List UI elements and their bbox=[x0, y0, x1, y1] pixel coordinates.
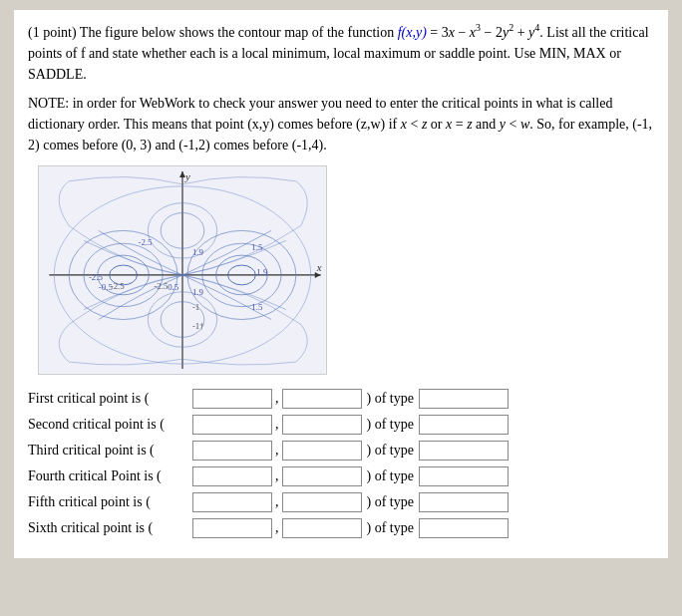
content-area: (1 point) The figure below shows the con… bbox=[14, 10, 668, 558]
fourth-of-type: ) of type bbox=[367, 468, 414, 484]
sixth-x-input[interactable] bbox=[192, 518, 272, 538]
critical-row-fifth: Fifth critical point is ( , ) of type bbox=[28, 492, 654, 512]
sixth-comma: , bbox=[275, 520, 279, 536]
fifth-of-type: ) of type bbox=[367, 494, 414, 510]
fifth-x-input[interactable] bbox=[192, 492, 272, 512]
third-label: Third critical point is ( bbox=[28, 443, 192, 459]
svg-text:y: y bbox=[184, 170, 190, 182]
second-type-input[interactable] bbox=[419, 415, 509, 435]
svg-text:1.5: 1.5 bbox=[251, 242, 263, 252]
svg-text:1.9: 1.9 bbox=[192, 247, 204, 257]
note-section: NOTE: in order for WebWork to check your… bbox=[28, 93, 654, 155]
critical-row-third: Third critical point is ( , ) of type bbox=[28, 441, 654, 461]
second-of-type: ) of type bbox=[367, 417, 414, 433]
second-label: Second critical point is ( bbox=[28, 417, 192, 433]
svg-text:1.9: 1.9 bbox=[256, 267, 268, 277]
fourth-comma: , bbox=[275, 468, 279, 484]
second-comma: , bbox=[275, 417, 279, 433]
third-x-input[interactable] bbox=[192, 441, 272, 461]
third-type-input[interactable] bbox=[419, 441, 509, 461]
svg-text:x: x bbox=[316, 261, 322, 273]
first-label: First critical point is ( bbox=[28, 391, 192, 407]
svg-text:1.9: 1.9 bbox=[192, 286, 204, 296]
contour-map-container: x y -2.5 -2.5 -1 -1† bbox=[38, 165, 654, 375]
fourth-x-input[interactable] bbox=[192, 466, 272, 486]
sixth-of-type: ) of type bbox=[367, 520, 414, 536]
sixth-y-input[interactable] bbox=[282, 518, 362, 538]
fifth-comma: , bbox=[275, 494, 279, 510]
first-comma: , bbox=[275, 391, 279, 407]
second-x-input[interactable] bbox=[192, 415, 272, 435]
svg-text:-2.5: -2.5 bbox=[89, 272, 104, 282]
third-comma: , bbox=[275, 443, 279, 459]
svg-text:1.5: 1.5 bbox=[251, 301, 263, 311]
svg-text:-0.5: -0.5 bbox=[99, 281, 114, 291]
note-line1: NOTE: in order for WebWork to check your… bbox=[28, 93, 654, 155]
problem-prefix: (1 point) The figure below shows the con… bbox=[28, 25, 398, 40]
third-y-input[interactable] bbox=[282, 441, 362, 461]
fourth-y-input[interactable] bbox=[282, 466, 362, 486]
fifth-label: Fifth critical point is ( bbox=[28, 494, 192, 510]
problem-line1: (1 point) The figure below shows the con… bbox=[28, 20, 654, 85]
critical-row-second: Second critical point is ( , ) of type bbox=[28, 415, 654, 435]
first-y-input[interactable] bbox=[282, 389, 362, 409]
fourth-type-input[interactable] bbox=[419, 466, 509, 486]
contour-map: x y -2.5 -2.5 -1 -1† bbox=[38, 165, 327, 375]
first-of-type: ) of type bbox=[367, 391, 414, 407]
first-type-input[interactable] bbox=[419, 389, 509, 409]
critical-row-sixth: Sixth critical point is ( , ) of type bbox=[28, 518, 654, 538]
svg-text:-1: -1 bbox=[192, 301, 199, 311]
and2: and bbox=[156, 138, 175, 153]
fourth-label: Fourth critical Point is ( bbox=[28, 468, 192, 484]
critical-row-first: First critical point is ( , ) of type bbox=[28, 389, 654, 409]
sixth-type-input[interactable] bbox=[419, 518, 509, 538]
second-y-input[interactable] bbox=[282, 415, 362, 435]
function-label: f(x,y) bbox=[398, 25, 427, 40]
problem-statement: (1 point) The figure below shows the con… bbox=[28, 20, 654, 85]
svg-text:0.5: 0.5 bbox=[168, 281, 179, 291]
function-eq: = 3x − x3 − 2y2 + y4 bbox=[427, 25, 540, 40]
fifth-type-input[interactable] bbox=[419, 492, 509, 512]
critical-row-fourth: Fourth critical Point is ( , ) of type bbox=[28, 466, 654, 486]
first-x-input[interactable] bbox=[192, 389, 272, 409]
and1: and bbox=[476, 117, 496, 132]
fifth-y-input[interactable] bbox=[282, 492, 362, 512]
sixth-label: Sixth critical point is ( bbox=[28, 520, 192, 536]
contour-svg: x y -2.5 -2.5 -1 -1† bbox=[39, 166, 326, 374]
third-of-type: ) of type bbox=[367, 443, 414, 459]
critical-points-section: First critical point is ( , ) of type Se… bbox=[28, 389, 654, 538]
svg-text:-2.5: -2.5 bbox=[138, 237, 153, 247]
